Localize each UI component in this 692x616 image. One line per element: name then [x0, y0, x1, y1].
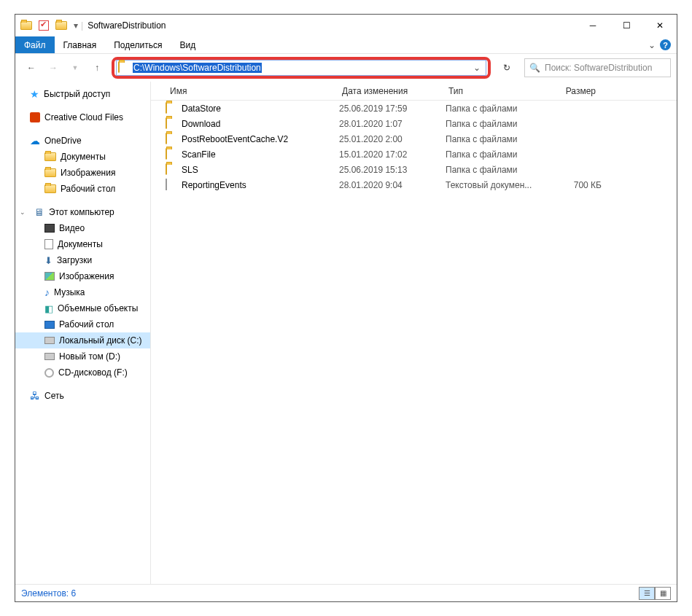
cd-icon: [44, 368, 54, 378]
onedrive-icon: ☁: [30, 135, 40, 147]
tab-file[interactable]: Файл: [15, 36, 55, 53]
file-type: Папка с файлами: [446, 165, 543, 175]
help-icon[interactable]: ?: [660, 39, 671, 50]
qat-customize-icon[interactable]: ▾: [71, 20, 81, 31]
sidebar-item-label: Документы: [58, 239, 103, 249]
nav-bar: ← → ▼ ↑ C:\Windows\SoftwareDistribution …: [15, 54, 677, 82]
window-title: SoftwareDistribution: [88, 20, 166, 31]
file-name: Download: [182, 119, 339, 129]
sidebar-item-label: Рабочий стол: [59, 319, 114, 330]
folder-icon: [18, 17, 34, 34]
file-name: ScanFile: [182, 149, 339, 160]
file-row[interactable]: DataStore25.06.2019 17:59Папка с файлами: [151, 101, 677, 116]
sidebar-pc-музыка[interactable]: ♪Музыка: [15, 284, 150, 300]
sidebar-item-label: Загрузки: [57, 255, 92, 265]
col-date[interactable]: Дата изменения: [338, 86, 444, 96]
mus-icon: ♪: [44, 286, 50, 298]
vid-icon: [44, 224, 55, 233]
sidebar-network[interactable]: 🖧Сеть: [15, 388, 150, 404]
view-details-button[interactable]: ☰: [639, 587, 655, 600]
file-row[interactable]: ReportingEvents28.01.2020 9:04Текстовый …: [151, 177, 677, 192]
file-type: Папка с файлами: [446, 134, 543, 144]
sidebar-pc-изображения[interactable]: Изображения: [15, 268, 150, 284]
tab-view[interactable]: Вид: [171, 36, 204, 53]
sidebar-pc-документы[interactable]: Документы: [15, 236, 150, 252]
column-headers[interactable]: Имя Дата изменения Тип Размер: [151, 82, 677, 101]
cc-icon: [30, 112, 40, 122]
minimize-button[interactable]: ─: [576, 15, 610, 36]
file-type: Папка с файлами: [446, 149, 543, 160]
recent-dropdown[interactable]: ▼: [65, 58, 85, 78]
up-button[interactable]: ↑: [87, 58, 107, 78]
col-type[interactable]: Тип: [444, 86, 542, 96]
sidebar-pc-загрузки[interactable]: ⬇Загрузки: [15, 252, 150, 268]
pc-icon: 🖥: [34, 206, 44, 218]
sidebar-pc-видео[interactable]: Видео: [15, 220, 150, 236]
file-name: PostRebootEventCache.V2: [182, 134, 339, 144]
file-date: 28.01.2020 9:04: [339, 180, 446, 190]
sidebar-pc-локальный-диск-c-[interactable]: Локальный диск (C:): [15, 332, 150, 348]
dl-icon: ⬇: [44, 255, 53, 266]
search-box[interactable]: 🔍 Поиск: SoftwareDistribution: [524, 58, 671, 77]
sidebar-od-docs[interactable]: Документы: [15, 149, 150, 165]
sidebar-creative-cloud[interactable]: Creative Cloud Files: [15, 109, 150, 125]
file-row[interactable]: Download28.01.2020 1:07Папка с файлами: [151, 116, 677, 131]
sidebar-od-desktop[interactable]: Рабочий стол: [15, 181, 150, 197]
qat-properties-icon[interactable]: [36, 17, 52, 34]
address-path[interactable]: C:\Windows\SoftwareDistribution: [133, 63, 262, 73]
col-size[interactable]: Размер: [542, 86, 600, 96]
address-folder-icon: [118, 62, 130, 74]
file-row[interactable]: SLS25.06.2019 15:13Папка с файлами: [151, 162, 677, 177]
folder-icon: [166, 149, 177, 160]
forward-button[interactable]: →: [43, 58, 63, 78]
qat-newfolder-icon[interactable]: [53, 17, 69, 34]
sidebar-pc-объемные-объекты[interactable]: ◧Объемные объекты: [15, 300, 150, 316]
refresh-button[interactable]: ↻: [497, 58, 517, 78]
file-row[interactable]: PostRebootEventCache.V225.01.2020 2:00Па…: [151, 131, 677, 147]
network-icon: 🖧: [30, 390, 40, 402]
file-date: 15.01.2020 17:02: [339, 149, 446, 160]
file-list-pane[interactable]: Имя Дата изменения Тип Размер DataStore2…: [151, 82, 677, 584]
sidebar-od-images[interactable]: Изображения: [15, 165, 150, 181]
sidebar-item-label: Локальный диск (C:): [59, 335, 142, 346]
address-dropdown-icon[interactable]: ⌄: [470, 63, 484, 73]
sidebar-this-pc[interactable]: ⌄🖥Этот компьютер: [15, 204, 150, 220]
file-date: 25.01.2020 2:00: [339, 134, 446, 144]
back-button[interactable]: ←: [21, 58, 42, 78]
address-bar-highlight: C:\Windows\SoftwareDistribution ⌄: [112, 57, 491, 79]
tab-share[interactable]: Поделиться: [105, 36, 171, 53]
file-type: Текстовый докумен...: [446, 180, 543, 190]
file-date: 28.01.2020 1:07: [339, 119, 446, 129]
hdd-icon: [44, 337, 55, 344]
search-placeholder: Поиск: SoftwareDistribution: [545, 63, 652, 73]
address-bar[interactable]: C:\Windows\SoftwareDistribution ⌄: [116, 60, 486, 76]
folder-icon: [44, 184, 56, 193]
chevron-down-icon[interactable]: ⌄: [20, 208, 26, 216]
navigation-pane[interactable]: ★Быстрый доступ Creative Cloud Files ☁On…: [15, 82, 151, 584]
sidebar-pc-рабочий-стол[interactable]: Рабочий стол: [15, 316, 150, 332]
maximize-button[interactable]: ☐: [610, 15, 643, 36]
sidebar-item-label: Музыка: [54, 287, 85, 297]
sidebar-onedrive[interactable]: ☁OneDrive: [15, 133, 150, 149]
folder-icon: [166, 164, 177, 176]
img-icon: [44, 272, 55, 281]
close-button[interactable]: ✕: [643, 15, 677, 36]
sidebar-quick-access[interactable]: ★Быстрый доступ: [15, 86, 150, 102]
ribbon-expand-icon[interactable]: ⌄: [648, 40, 656, 50]
file-type: Папка с файлами: [446, 104, 543, 114]
file-size: 700 КБ: [543, 180, 602, 190]
file-name: DataStore: [182, 104, 339, 114]
folder-icon: [166, 118, 177, 130]
tab-home[interactable]: Главная: [55, 36, 106, 53]
view-icons-button[interactable]: ▦: [655, 587, 671, 600]
doc-icon: [44, 239, 53, 249]
sidebar-pc-новый-том-d-[interactable]: Новый том (D:): [15, 348, 150, 364]
file-row[interactable]: ScanFile15.01.2020 17:02Папка с файлами: [151, 147, 677, 162]
col-name[interactable]: Имя: [166, 86, 338, 96]
star-icon: ★: [30, 88, 39, 100]
sidebar-pc-cd-дисковод-f-[interactable]: CD-дисковод (F:): [15, 364, 150, 381]
file-date: 25.06.2019 17:59: [339, 104, 446, 114]
file-name: SLS: [182, 165, 339, 175]
title-bar[interactable]: ▾ | SoftwareDistribution ─ ☐ ✕: [15, 15, 677, 36]
ribbon-tabs: Файл Главная Поделиться Вид ⌄ ?: [15, 36, 677, 54]
